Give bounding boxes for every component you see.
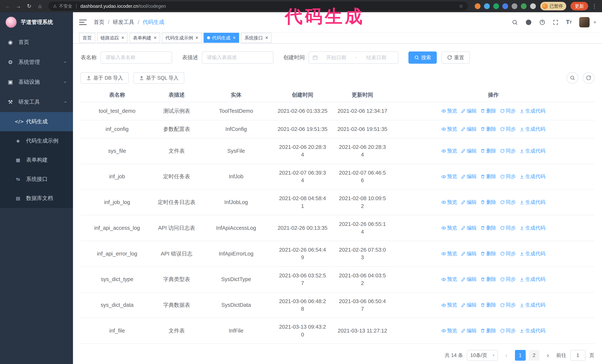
- action-generate[interactable]: 生成代码: [520, 198, 545, 206]
- table-desc-input[interactable]: [202, 52, 273, 64]
- action-delete[interactable]: 删除: [481, 173, 496, 180]
- prev-page-icon[interactable]: ‹: [502, 350, 511, 361]
- action-edit[interactable]: 编辑: [461, 224, 477, 232]
- action-delete[interactable]: 删除: [481, 147, 496, 155]
- extension-icon[interactable]: [484, 3, 490, 9]
- refresh-table-icon[interactable]: [583, 72, 594, 84]
- action-generate[interactable]: 生成代码: [520, 125, 545, 133]
- browser-forward-icon[interactable]: →: [14, 1, 23, 11]
- close-icon[interactable]: ×: [154, 35, 157, 40]
- action-preview[interactable]: 预览: [441, 275, 457, 283]
- page-button-2[interactable]: 2: [529, 350, 539, 361]
- sidebar-item-system[interactable]: ⚙系统管理›: [0, 52, 73, 72]
- browser-back-icon[interactable]: ←: [3, 1, 12, 11]
- action-delete[interactable]: 删除: [481, 125, 496, 133]
- action-sync[interactable]: 同步: [500, 198, 516, 206]
- extension-icon[interactable]: [475, 3, 481, 9]
- search-icon[interactable]: [512, 19, 518, 25]
- import-db-button[interactable]: 基于 DB 导入: [81, 72, 129, 84]
- extension-icon[interactable]: [521, 3, 527, 9]
- page-button-1[interactable]: 1: [515, 350, 526, 361]
- tab-trace[interactable]: 链路追踪×: [97, 33, 128, 43]
- action-sync[interactable]: 同步: [500, 224, 516, 232]
- sidebar-item-devtools[interactable]: ⚒研发工具›: [0, 92, 73, 112]
- sidebar-item-codegen-example[interactable]: ◈代码生成示例: [0, 131, 73, 151]
- hide-search-icon[interactable]: [567, 72, 578, 84]
- tab-form-builder[interactable]: 表单构建×: [129, 33, 160, 43]
- sidebar-item-infra[interactable]: ▣基础设施›: [0, 72, 73, 92]
- fullscreen-icon[interactable]: [553, 19, 559, 25]
- user-avatar[interactable]: [579, 17, 590, 27]
- action-edit[interactable]: 编辑: [461, 198, 477, 206]
- action-sync[interactable]: 同步: [500, 107, 516, 115]
- action-generate[interactable]: 生成代码: [520, 173, 545, 180]
- help-icon[interactable]: [539, 19, 545, 25]
- action-generate[interactable]: 生成代码: [520, 301, 545, 309]
- action-generate[interactable]: 生成代码: [520, 250, 545, 258]
- action-delete[interactable]: 删除: [481, 327, 496, 334]
- browser-menu-icon[interactable]: ⋮: [590, 3, 599, 9]
- github-icon[interactable]: [525, 19, 532, 26]
- sidebar-item-db-doc[interactable]: ▤数据库文档: [0, 189, 73, 208]
- breadcrumb-item[interactable]: 首页: [94, 19, 105, 26]
- chevron-down-icon[interactable]: ▾: [594, 20, 596, 25]
- extension-icon[interactable]: [493, 3, 499, 9]
- action-sync[interactable]: 同步: [500, 173, 516, 180]
- action-edit[interactable]: 编辑: [461, 125, 477, 133]
- action-preview[interactable]: 预览: [441, 327, 457, 334]
- action-sync[interactable]: 同步: [500, 125, 516, 133]
- extension-icon[interactable]: [530, 3, 536, 9]
- action-edit[interactable]: 编辑: [461, 275, 477, 283]
- date-range-picker[interactable]: 开始日期 - 结束日期: [309, 52, 398, 64]
- sidebar-logo[interactable]: 芋道管理系统: [0, 12, 73, 32]
- action-delete[interactable]: 删除: [481, 107, 496, 115]
- profile-paused-badge[interactable]: 已暂停: [540, 2, 566, 10]
- action-sync[interactable]: 同步: [500, 301, 516, 309]
- action-preview[interactable]: 预览: [441, 107, 457, 115]
- action-preview[interactable]: 预览: [441, 198, 457, 206]
- action-edit[interactable]: 编辑: [461, 327, 477, 334]
- browser-refresh-icon[interactable]: ↻: [25, 1, 34, 11]
- action-preview[interactable]: 预览: [441, 301, 457, 309]
- action-generate[interactable]: 生成代码: [520, 147, 545, 155]
- action-sync[interactable]: 同步: [500, 147, 516, 155]
- tab-codegen-example[interactable]: 代码生成示例×: [162, 33, 202, 43]
- next-page-icon[interactable]: ›: [543, 350, 553, 361]
- bookmark-star-icon[interactable]: ☆: [459, 3, 463, 9]
- goto-page-input[interactable]: [570, 350, 586, 361]
- close-icon[interactable]: ×: [121, 35, 124, 40]
- font-size-icon[interactable]: TT: [566, 19, 572, 26]
- url-bar[interactable]: ⚠ 不安全 dashboard.yudao.iocoder.cn/tool/co…: [48, 1, 468, 11]
- action-edit[interactable]: 编辑: [461, 250, 477, 258]
- tab-home[interactable]: 首页: [79, 33, 95, 43]
- import-sql-button[interactable]: 基于 SQL 导入: [133, 72, 184, 84]
- action-preview[interactable]: 预览: [441, 173, 457, 180]
- action-delete[interactable]: 删除: [481, 275, 496, 283]
- action-generate[interactable]: 生成代码: [520, 224, 545, 232]
- browser-update-button[interactable]: 更新: [570, 2, 588, 10]
- tab-codegen[interactable]: 代码生成×: [204, 33, 239, 43]
- sidebar-item-api[interactable]: ⇆系统接口: [0, 170, 73, 189]
- page-size-select[interactable]: 10条/页 ▾: [467, 350, 498, 361]
- action-sync[interactable]: 同步: [500, 250, 516, 258]
- extension-icon[interactable]: [502, 3, 508, 9]
- action-preview[interactable]: 预览: [441, 125, 457, 133]
- sidebar-item-form-builder[interactable]: ▦表单构建: [0, 150, 73, 170]
- sidebar-item-home[interactable]: ◉首页: [0, 32, 73, 52]
- browser-home-icon[interactable]: ⌂: [35, 1, 45, 11]
- sidebar-item-codegen[interactable]: </>代码生成: [0, 112, 73, 131]
- tab-api[interactable]: 系统接口×: [241, 33, 271, 43]
- search-button[interactable]: 搜索: [408, 52, 437, 64]
- action-sync[interactable]: 同步: [500, 327, 516, 334]
- action-sync[interactable]: 同步: [500, 275, 516, 283]
- action-generate[interactable]: 生成代码: [520, 107, 545, 115]
- reset-button[interactable]: 重置: [441, 52, 470, 64]
- action-edit[interactable]: 编辑: [461, 147, 477, 155]
- breadcrumb-item[interactable]: 研发工具: [113, 19, 134, 26]
- close-icon[interactable]: ×: [265, 35, 268, 40]
- action-preview[interactable]: 预览: [441, 147, 457, 155]
- action-edit[interactable]: 编辑: [461, 301, 477, 309]
- extension-icon[interactable]: [512, 3, 517, 9]
- action-preview[interactable]: 预览: [441, 250, 457, 258]
- action-delete[interactable]: 删除: [481, 250, 496, 258]
